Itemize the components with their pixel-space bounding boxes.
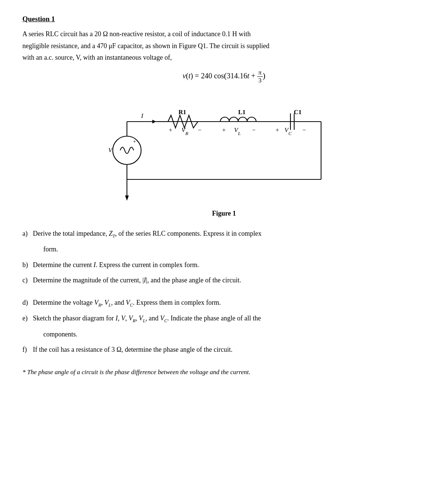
question-e-label: e)	[22, 313, 33, 325]
svg-text:+: +	[169, 126, 172, 134]
svg-text:VL: VL	[234, 126, 241, 136]
circuit-container: .circuit-line { stroke: #000; stroke-wid…	[22, 92, 426, 207]
question-e-cont: components.	[43, 329, 426, 341]
equation-block: v(t) = 240 cos(314.16t + π3)	[22, 69, 426, 84]
svg-text:VR: VR	[181, 126, 188, 136]
question-c: c) Determine the magnitude of the curren…	[22, 275, 426, 286]
svg-text:+: +	[222, 126, 226, 134]
svg-point-0	[113, 136, 141, 164]
figure-caption: Figure 1	[22, 210, 426, 217]
svg-text:−: −	[302, 126, 306, 134]
question-a-text: Derive the total impedance, ZT, of the s…	[33, 228, 426, 240]
svg-marker-9	[152, 120, 156, 123]
questions-section: a) Derive the total impedance, ZT, of th…	[22, 228, 426, 356]
question-f-text: If the coil has a resistance of 3 Ω, det…	[33, 344, 426, 356]
svg-text:L1: L1	[238, 109, 246, 116]
question-title: Question 1	[22, 15, 426, 23]
intro-line1: A series RLC circuit has a 20 Ω non-reac…	[22, 30, 251, 38]
question-a: a) Derive the total impedance, ZT, of th…	[22, 228, 426, 240]
question-b: b) Determine the current I. Express the …	[22, 259, 426, 271]
intro-block: A series RLC circuit has a 20 Ω non-reac…	[22, 28, 426, 64]
svg-marker-31	[125, 195, 129, 201]
question-d: d) Determine the voltage VR, VL, and VC.…	[22, 297, 426, 309]
question-e: e) Sketch the phasor diagram for I, V, V…	[22, 313, 426, 325]
svg-text:+: +	[133, 138, 136, 144]
svg-text:C1: C1	[294, 109, 302, 116]
question-c-text: Determine the magnitude of the current, …	[33, 275, 426, 286]
svg-text:−: −	[198, 126, 202, 134]
question-f: f) If the coil has a resistance of 3 Ω, …	[22, 344, 426, 356]
footnote: * The phase angle of a circuit is the ph…	[22, 367, 426, 377]
circuit-diagram: .circuit-line { stroke: #000; stroke-wid…	[97, 92, 351, 207]
svg-text:+: +	[276, 126, 279, 134]
question-a-cont: form.	[43, 244, 426, 256]
question-a-label: a)	[22, 228, 33, 240]
intro-line2: negligible resistance, and a 470 μF capa…	[22, 42, 269, 50]
question-f-label: f)	[22, 344, 33, 356]
intro-line3: with an a.c. source, V, with an instanta…	[22, 54, 172, 61]
question-d-text: Determine the voltage VR, VL, and VC. Ex…	[33, 297, 426, 309]
question-c-label: c)	[22, 275, 33, 286]
svg-text:−: −	[252, 126, 256, 134]
question-d-label: d)	[22, 297, 33, 309]
svg-text:I: I	[141, 112, 144, 119]
svg-text:R1: R1	[178, 109, 186, 116]
question-b-text: Determine the current I. Express the cur…	[33, 259, 426, 271]
question-e-text: Sketch the phasor diagram for I, V, VR, …	[33, 313, 426, 325]
question-b-label: b)	[22, 259, 33, 271]
